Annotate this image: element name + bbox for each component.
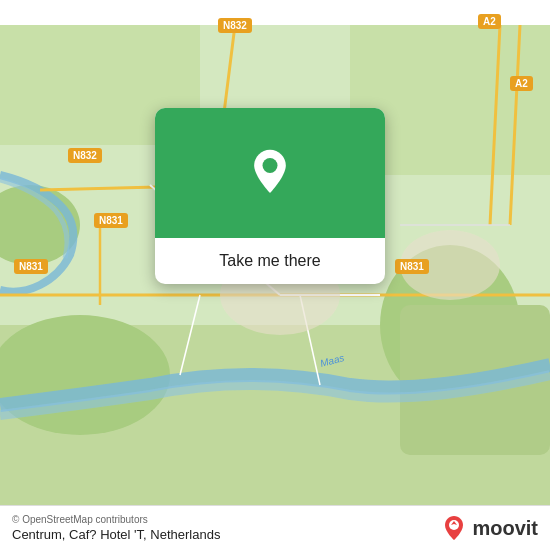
copyright-text: © OpenStreetMap contributors [12,514,220,525]
road-label-n832-top: N832 [218,18,252,33]
popup-card: Take me there [155,108,385,284]
location-name: Centrum, Caf? Hotel 'T, Netherlands [12,527,220,542]
svg-point-22 [263,158,278,173]
bottom-left-info: © OpenStreetMap contributors Centrum, Ca… [12,514,220,542]
popup-card-action: Take me there [155,238,385,284]
map-container: N832 N832 N831 N831 N831 N831 A2 A2 Maas… [0,0,550,550]
popup-card-map-area [155,108,385,238]
moovit-logo: moovit [440,514,538,542]
moovit-text: moovit [472,517,538,540]
road-label-n831-right: N831 [395,259,429,274]
road-label-a2-top: A2 [478,14,501,29]
location-pin-icon [245,148,295,198]
take-me-there-button[interactable]: Take me there [219,252,320,270]
road-label-a2-right: A2 [510,76,533,91]
road-label-n832-left: N832 [68,148,102,163]
bottom-bar: © OpenStreetMap contributors Centrum, Ca… [0,505,550,550]
road-label-n831-bottom-left: N831 [14,259,48,274]
road-label-n831-left: N831 [94,213,128,228]
moovit-icon [440,514,468,542]
